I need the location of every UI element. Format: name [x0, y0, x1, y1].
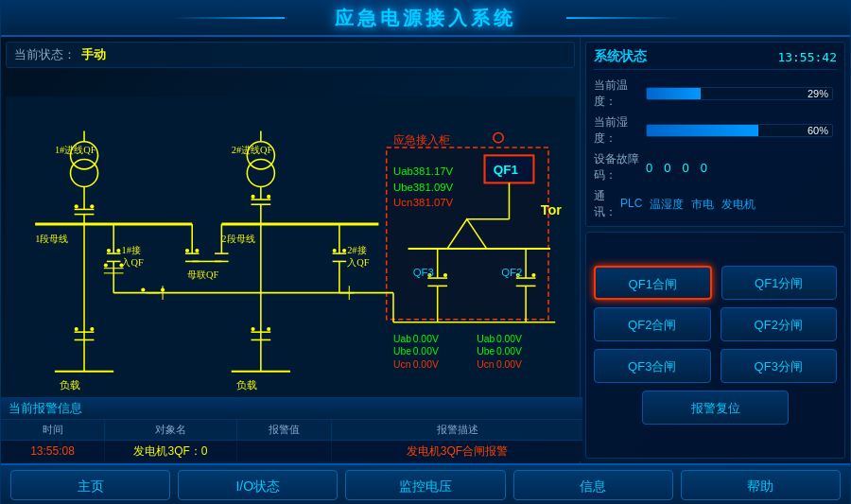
comm-plc: PLC: [620, 197, 642, 213]
right-panel: 系统状态 13:55:42 当前温度： 29% 当前湿度： 6: [581, 37, 850, 463]
svg-text:母联QF: 母联QF: [187, 269, 218, 280]
svg-text:0.00V: 0.00V: [496, 359, 522, 370]
alarm-col-time: 时间: [1, 420, 105, 440]
svg-text:Uab: Uab: [477, 334, 495, 344]
alarm-cell-desc: 发电机3QF合闸报警: [332, 441, 582, 461]
comm-row: 通 讯： PLC 温湿度 市电 发电机: [594, 188, 837, 220]
status-label: 当前状态：: [14, 46, 76, 63]
svg-point-117: [141, 287, 145, 291]
system-status-title: 系统状态: [594, 48, 647, 65]
qf3-open-button[interactable]: QF3分闸: [721, 349, 838, 383]
system-time: 13:55:42: [777, 50, 837, 64]
svg-text:2#进线QF: 2#进线QF: [232, 145, 273, 155]
fault-value-3: 0: [701, 161, 707, 175]
page-title: 应急电源接入系统: [335, 6, 516, 31]
svg-point-53: [342, 249, 346, 252]
svg-text:入QF: 入QF: [347, 257, 369, 268]
svg-text:QF2: QF2: [501, 267, 522, 278]
humidity-row: 当前湿度： 60%: [594, 114, 837, 147]
qf2-btn-row: QF2合闸 QF2分闸: [594, 307, 837, 341]
svg-text:应急接入柜: 应急接入柜: [393, 133, 450, 147]
svg-text:Ube: Ube: [393, 182, 413, 193]
svg-text:0.00V: 0.00V: [413, 334, 439, 344]
svg-point-41: [116, 249, 120, 252]
fault-value-1: 0: [664, 161, 670, 175]
alarm-reset-button[interactable]: 报警复位: [642, 391, 789, 425]
title-bar: 应急电源接入系统: [1, 1, 850, 37]
svg-text:负载: 负载: [60, 379, 80, 391]
svg-point-52: [333, 249, 337, 252]
svg-text:Ucn: Ucn: [477, 359, 495, 370]
fault-row: 设备故障码： 0 0 0 0: [594, 151, 837, 183]
nav-home-button[interactable]: 主页: [10, 470, 170, 500]
fault-values: 0 0 0 0: [646, 161, 707, 175]
qf3-close-button[interactable]: QF3合闸: [594, 349, 711, 383]
qf2-close-button[interactable]: QF2合闸: [594, 307, 711, 341]
qf1-open-button[interactable]: QF1分闸: [721, 266, 838, 300]
alarm-row: 13:55:08 发电机3QF：0 发电机3QF合闸报警: [1, 441, 582, 461]
svg-text:负载: 负载: [236, 379, 257, 391]
main-container: 应急电源接入系统 当前状态： 手动: [0, 0, 851, 504]
svg-text:381.17V: 381.17V: [413, 165, 454, 177]
svg-point-22: [267, 195, 270, 199]
svg-text:2#接: 2#接: [347, 245, 366, 255]
qf1-close-button[interactable]: QF1合闸: [594, 266, 712, 300]
comm-items: PLC 温湿度 市电 发电机: [620, 197, 755, 213]
qf3-btn-row: QF3合闸 QF3分闸: [594, 349, 837, 383]
system-status-section: 系统状态 13:55:42 当前温度： 29% 当前湿度： 6: [585, 42, 845, 227]
svg-text:1#接: 1#接: [121, 245, 140, 255]
svg-point-40: [107, 249, 111, 252]
comm-generator: 发电机: [721, 197, 755, 213]
reset-btn-row: 报警复位: [594, 391, 837, 425]
status-value: 手动: [81, 46, 106, 63]
svg-text:381.09V: 381.09V: [413, 182, 454, 193]
alarm-section: 当前报警信息 时间 对象名 报警值 报警描述 13:55:08 发电机3QF：0…: [1, 397, 582, 461]
svg-point-88: [443, 273, 447, 277]
humidity-fill: [647, 125, 758, 136]
humidity-bar: 60%: [646, 124, 833, 137]
qf1-btn-row: QF1合闸 QF1分闸: [594, 266, 837, 300]
svg-text:1段母线: 1段母线: [35, 234, 68, 244]
svg-point-67: [251, 327, 254, 331]
fault-value-0: 0: [646, 161, 652, 175]
qf2-open-button[interactable]: QF2分闸: [721, 307, 838, 341]
svg-text:1#进线QF: 1#进线QF: [55, 145, 96, 155]
nav-help-button[interactable]: 帮助: [681, 470, 841, 500]
svg-text:0.00V: 0.00V: [413, 346, 439, 356]
svg-text:Ube: Ube: [393, 346, 411, 356]
status-bar: 当前状态： 手动: [6, 42, 575, 68]
svg-text:QF3: QF3: [413, 267, 434, 278]
svg-text:QF1: QF1: [494, 163, 519, 177]
svg-point-60: [75, 327, 78, 331]
system-status-header: 系统状态 13:55:42: [594, 48, 837, 70]
svg-text:Ucn: Ucn: [393, 359, 411, 370]
svg-text:2段母线: 2段母线: [221, 234, 254, 244]
nav-io-button[interactable]: I/O状态: [178, 470, 338, 500]
alarm-col-desc: 报警描述: [332, 420, 582, 440]
svg-point-11: [75, 204, 78, 208]
svg-text:Uab: Uab: [393, 165, 413, 177]
svg-point-34: [195, 249, 199, 252]
fault-value-2: 0: [682, 161, 688, 175]
svg-point-94: [531, 273, 535, 277]
humidity-label: 当前湿度：: [594, 114, 646, 147]
bottom-nav: 主页 I/O状态 监控电压 信息 帮助: [1, 463, 850, 504]
temperature-row: 当前温度： 29%: [594, 78, 837, 110]
alarm-header: 当前报警信息: [1, 397, 582, 420]
svg-text:0.00V: 0.00V: [413, 359, 439, 370]
svg-point-21: [251, 195, 254, 199]
svg-point-47: [119, 264, 123, 268]
nav-voltage-button[interactable]: 监控电压: [345, 470, 505, 500]
control-section: QF1合闸 QF1分闸 QF2合闸 QF2分闸 QF3合闸 QF3分闸 报警复位: [585, 232, 845, 459]
svg-point-68: [267, 327, 270, 331]
alarm-col-value: 报警值: [237, 420, 332, 440]
svg-point-12: [90, 204, 94, 208]
nav-info-button[interactable]: 信息: [513, 470, 673, 500]
svg-text:Ube: Ube: [477, 346, 495, 356]
svg-text:Uab: Uab: [393, 334, 411, 344]
temperature-bar: 29%: [646, 87, 833, 100]
svg-text:Ucn: Ucn: [393, 197, 412, 208]
temperature-label: 当前温度：: [594, 78, 646, 110]
fault-label: 设备故障码：: [594, 151, 646, 183]
alarm-cell-time: 13:55:08: [1, 441, 105, 461]
